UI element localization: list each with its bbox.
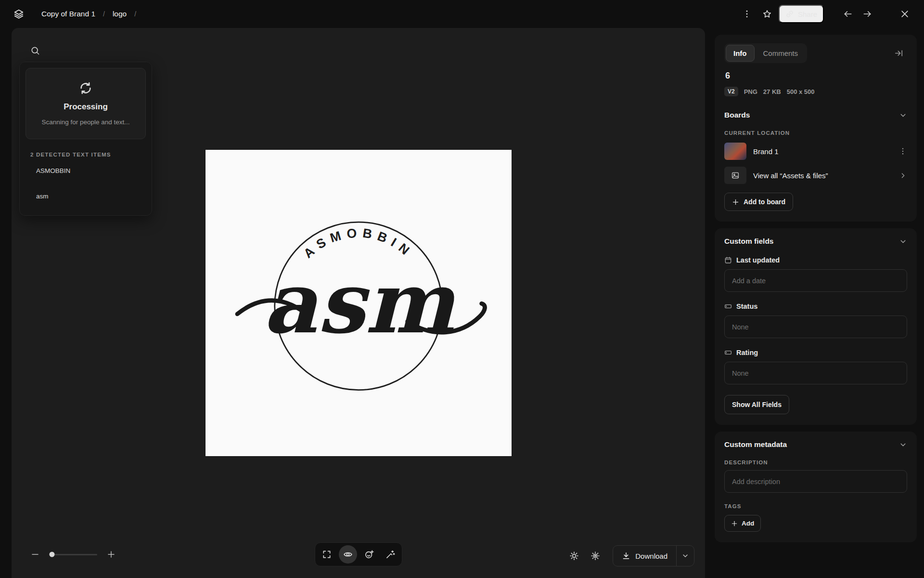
logo-graphic: ASMOBBIN asm xyxy=(205,150,512,456)
chevron-down-icon xyxy=(681,552,689,560)
field-last-updated: Last updated xyxy=(724,256,907,292)
description-input[interactable] xyxy=(724,470,907,493)
background-toggle-button[interactable] xyxy=(565,547,583,565)
more-options-button[interactable] xyxy=(738,5,756,23)
asset-info-card: Info Comments 6 V2 PNG 27 KB 500 x 500 B… xyxy=(715,35,917,222)
close-icon xyxy=(900,9,910,19)
link-icon xyxy=(785,10,794,18)
custom-fields-header[interactable]: Custom fields xyxy=(724,237,907,246)
dimensions-label: 500 x 500 xyxy=(787,88,815,95)
view-all-assets-row[interactable]: View all “Assets & files” xyxy=(724,167,907,184)
assets-files-thumbnail xyxy=(724,167,746,184)
status-input[interactable] xyxy=(724,315,907,338)
format-label: PNG xyxy=(744,88,757,95)
topbar: Copy of Brand 1 / logo / Share xyxy=(0,0,924,28)
breadcrumb: Copy of Brand 1 / logo / xyxy=(41,10,136,18)
breadcrumb-root[interactable]: Copy of Brand 1 xyxy=(41,10,95,18)
breadcrumb-separator: / xyxy=(134,10,136,18)
version-badge[interactable]: V2 xyxy=(724,87,738,96)
add-tag-label: Add xyxy=(742,520,754,527)
zoom-slider[interactable] xyxy=(49,554,97,555)
settings-button[interactable] xyxy=(587,547,604,565)
share-label: Share xyxy=(798,10,817,18)
add-to-board-label: Add to board xyxy=(744,198,785,206)
plus-icon xyxy=(107,550,116,559)
field-label-status: Status xyxy=(724,302,907,310)
chevron-down-icon xyxy=(899,111,907,119)
processing-status-box: Processing Scanning for people and text.… xyxy=(26,68,146,139)
board-options-button[interactable] xyxy=(898,147,907,156)
magic-edit-button[interactable] xyxy=(381,545,399,564)
chevron-down-icon xyxy=(899,237,907,246)
text-field-icon xyxy=(724,349,732,356)
processing-panel: Processing Scanning for people and text.… xyxy=(19,62,152,216)
gear-icon xyxy=(590,551,600,561)
zoom-controls xyxy=(29,548,117,561)
previous-asset-button[interactable] xyxy=(839,5,857,23)
brightness-icon xyxy=(569,551,579,561)
show-all-fields-button[interactable]: Show All Fields xyxy=(724,395,789,414)
sync-icon xyxy=(78,81,93,95)
arrow-left-icon xyxy=(843,9,853,19)
chevron-right-icon xyxy=(899,171,907,180)
plus-icon xyxy=(732,198,739,206)
close-button[interactable] xyxy=(896,5,913,23)
breadcrumb-separator: / xyxy=(103,10,105,18)
tabs-pill: Info Comments xyxy=(724,43,807,63)
detected-text-item[interactable]: ASMOBBIN xyxy=(26,160,146,177)
boards-section-header[interactable]: Boards xyxy=(724,111,907,119)
custom-fields-card: Custom fields Last updated Status xyxy=(715,228,917,425)
collapse-sidebar-button[interactable] xyxy=(890,45,907,62)
asset-title: 6 xyxy=(725,71,906,81)
tab-info[interactable]: Info xyxy=(726,45,755,62)
processing-title: Processing xyxy=(38,102,134,112)
breadcrumb-current[interactable]: logo xyxy=(113,10,127,18)
favorite-button[interactable] xyxy=(758,5,776,23)
custom-fields-title: Custom fields xyxy=(724,237,773,246)
close-wrap xyxy=(896,5,913,23)
asset-image[interactable]: ASMOBBIN asm xyxy=(205,150,512,456)
tags-label: TAGS xyxy=(724,503,907,509)
detected-text-heading: 2 DETECTED TEXT ITEMS xyxy=(30,152,141,158)
share-button[interactable]: Share xyxy=(779,5,824,23)
add-reaction-button[interactable] xyxy=(360,545,378,564)
collapse-panel-icon xyxy=(894,49,903,58)
zoom-in-button[interactable] xyxy=(105,548,117,561)
layers-icon xyxy=(13,9,24,19)
add-to-board-button[interactable]: Add to board xyxy=(724,193,793,211)
emoji-plus-icon xyxy=(364,550,374,559)
fullscreen-button[interactable] xyxy=(318,545,336,564)
next-asset-button[interactable] xyxy=(859,5,876,23)
download-icon xyxy=(622,552,630,560)
app-logo-layers-icon[interactable] xyxy=(11,6,27,22)
download-button[interactable]: Download xyxy=(613,546,676,566)
magic-wand-icon xyxy=(385,550,395,559)
custom-metadata-title: Custom metadata xyxy=(724,440,787,449)
field-status: Status xyxy=(724,302,907,338)
image-icon xyxy=(731,171,740,180)
asset-meta-row: V2 PNG 27 KB 500 x 500 xyxy=(724,87,907,96)
kebab-menu-icon xyxy=(742,9,752,19)
rating-label: Rating xyxy=(736,349,758,356)
board-row-brand1[interactable]: Brand 1 xyxy=(724,143,907,160)
detected-text-item[interactable]: asm xyxy=(26,186,146,203)
visual-search-button[interactable] xyxy=(339,545,357,564)
asset-viewer: ASMOBBIN asm Processing Scanning for peo… xyxy=(12,28,705,578)
custom-metadata-card: Custom metadata DESCRIPTION TAGS Add xyxy=(715,432,917,542)
zoom-slider-thumb[interactable] xyxy=(50,552,55,557)
asset-nav-group xyxy=(839,5,876,23)
custom-metadata-header[interactable]: Custom metadata xyxy=(724,440,907,449)
add-tag-button[interactable]: Add xyxy=(724,515,761,532)
rating-input[interactable] xyxy=(724,362,907,384)
tab-comments[interactable]: Comments xyxy=(756,45,806,62)
download-split-button: Download xyxy=(613,545,694,566)
field-label-rating: Rating xyxy=(724,349,907,356)
download-options-button[interactable] xyxy=(677,546,694,566)
last-updated-label: Last updated xyxy=(736,256,780,264)
view-all-label: View all “Assets & files” xyxy=(753,171,828,180)
viewer-bottom-right-controls: Download xyxy=(565,545,694,566)
minus-icon xyxy=(31,550,39,559)
last-updated-input[interactable] xyxy=(724,269,907,292)
sidebar-tabs: Info Comments xyxy=(724,43,907,63)
zoom-out-button[interactable] xyxy=(29,548,41,561)
